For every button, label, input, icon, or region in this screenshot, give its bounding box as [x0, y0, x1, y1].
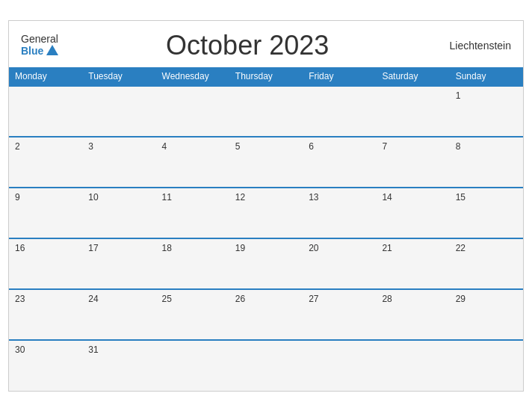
- calendar-container: General Blue October 2023 Liechtenstein …: [8, 20, 524, 392]
- header-saturday: Saturday: [376, 67, 449, 86]
- day-number: 24: [88, 294, 98, 304]
- day-number: 16: [15, 243, 25, 253]
- day-number: 18: [162, 243, 172, 253]
- day-number: 6: [309, 141, 314, 152]
- calendar-day-cell: [156, 340, 229, 391]
- calendar-day-cell: 2: [9, 137, 82, 188]
- calendar-day-cell: 30: [9, 340, 82, 391]
- country-label: Liechtenstein: [436, 40, 511, 52]
- calendar-day-cell: 20: [303, 238, 376, 289]
- day-number: 8: [456, 141, 461, 152]
- logo-triangle-icon: [46, 45, 58, 55]
- calendar-day-cell: 8: [450, 137, 523, 188]
- calendar-day-cell: 25: [156, 289, 229, 340]
- day-number: 15: [456, 192, 466, 203]
- calendar-day-cell: 14: [376, 188, 449, 238]
- calendar-day-cell: 10: [82, 188, 155, 238]
- calendar-day-cell: [156, 86, 229, 137]
- calendar-day-cell: 31: [82, 340, 155, 391]
- calendar-day-cell: [303, 340, 376, 391]
- calendar-week-row: 1: [9, 86, 523, 137]
- day-number: 3: [88, 141, 93, 152]
- day-number: 11: [162, 192, 172, 203]
- day-number: 31: [88, 344, 98, 355]
- day-number: 23: [15, 294, 25, 304]
- day-number: 10: [88, 192, 98, 203]
- calendar-day-cell: 28: [376, 289, 449, 340]
- calendar-day-cell: 3: [82, 137, 155, 188]
- calendar-day-cell: 12: [229, 188, 303, 238]
- calendar-day-cell: 21: [376, 238, 449, 289]
- calendar-week-row: 2345678: [9, 137, 523, 188]
- header-sunday: Sunday: [450, 67, 523, 86]
- calendar-week-row: 23242526272829: [9, 289, 523, 340]
- logo-general-text: General: [21, 34, 58, 45]
- calendar-day-cell: 23: [9, 289, 82, 340]
- calendar-day-cell: 15: [450, 188, 523, 238]
- calendar-day-cell: 26: [229, 289, 303, 340]
- day-number: 20: [309, 243, 318, 253]
- calendar-day-cell: 24: [82, 289, 155, 340]
- day-number: 25: [162, 294, 172, 304]
- weekday-header-row: Monday Tuesday Wednesday Thursday Friday…: [9, 67, 523, 86]
- calendar-week-row: 3031: [9, 340, 523, 391]
- day-number: 29: [456, 294, 466, 304]
- header-thursday: Thursday: [229, 67, 303, 86]
- calendar-day-cell: 17: [82, 238, 155, 289]
- logo-blue-text: Blue: [21, 46, 43, 57]
- day-number: 21: [382, 243, 392, 253]
- calendar-header: General Blue October 2023 Liechtenstein: [9, 21, 523, 67]
- calendar-day-cell: 11: [156, 188, 229, 238]
- calendar-day-cell: 16: [9, 238, 82, 289]
- day-number: 13: [309, 192, 318, 203]
- header-friday: Friday: [303, 67, 376, 86]
- day-number: 27: [309, 294, 318, 304]
- calendar-title: October 2023: [58, 30, 436, 61]
- calendar-grid: Monday Tuesday Wednesday Thursday Friday…: [9, 67, 523, 391]
- calendar-day-cell: 19: [229, 238, 303, 289]
- calendar-day-cell: 27: [303, 289, 376, 340]
- day-number: 9: [15, 192, 20, 203]
- day-number: 2: [15, 141, 20, 152]
- calendar-day-cell: 1: [450, 86, 523, 137]
- header-wednesday: Wednesday: [156, 67, 229, 86]
- header-tuesday: Tuesday: [82, 67, 155, 86]
- calendar-day-cell: [450, 340, 523, 391]
- calendar-day-cell: 13: [303, 188, 376, 238]
- day-number: 28: [382, 294, 392, 304]
- calendar-day-cell: [376, 340, 449, 391]
- day-number: 5: [235, 141, 241, 152]
- day-number: 19: [235, 243, 245, 253]
- calendar-day-cell: 5: [229, 137, 303, 188]
- calendar-day-cell: [82, 86, 155, 137]
- calendar-day-cell: 18: [156, 238, 229, 289]
- header-monday: Monday: [9, 67, 82, 86]
- calendar-day-cell: [376, 86, 449, 137]
- calendar-day-cell: [9, 86, 82, 137]
- day-number: 4: [162, 141, 167, 152]
- day-number: 1: [456, 90, 461, 101]
- logo: General Blue: [21, 34, 58, 57]
- calendar-day-cell: [229, 340, 303, 391]
- day-number: 7: [382, 141, 387, 152]
- calendar-week-row: 16171819202122: [9, 238, 523, 289]
- day-number: 30: [15, 344, 25, 355]
- calendar-day-cell: [303, 86, 376, 137]
- day-number: 14: [382, 192, 392, 203]
- calendar-day-cell: 9: [9, 188, 82, 238]
- calendar-week-row: 9101112131415: [9, 188, 523, 238]
- day-number: 12: [235, 192, 245, 203]
- calendar-day-cell: 29: [450, 289, 523, 340]
- calendar-day-cell: 7: [376, 137, 449, 188]
- day-number: 22: [456, 243, 466, 253]
- calendar-day-cell: [229, 86, 303, 137]
- day-number: 17: [88, 243, 98, 253]
- calendar-day-cell: 6: [303, 137, 376, 188]
- calendar-day-cell: 22: [450, 238, 523, 289]
- day-number: 26: [235, 294, 245, 304]
- calendar-day-cell: 4: [156, 137, 229, 188]
